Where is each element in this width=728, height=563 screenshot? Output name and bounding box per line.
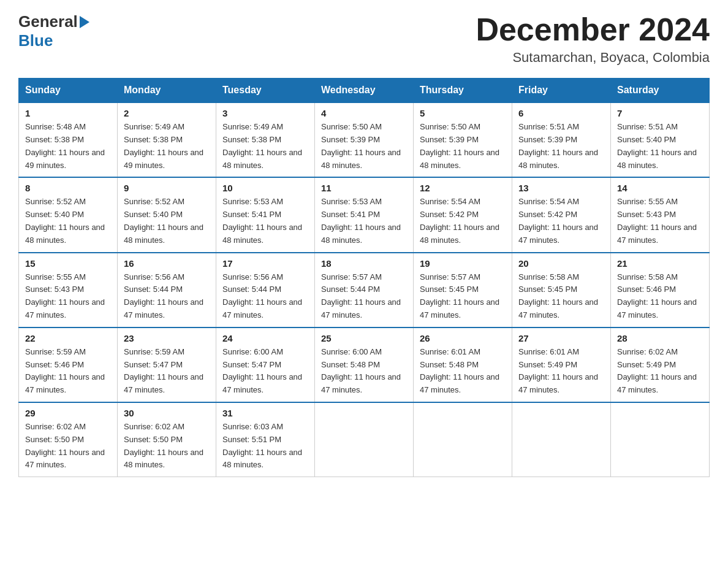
day-number: 2 <box>124 108 210 118</box>
day-info: Sunrise: 6:02 AM Sunset: 5:50 PM Dayligh… <box>124 421 210 472</box>
table-row: 15 Sunrise: 5:55 AM Sunset: 5:43 PM Dayl… <box>19 253 118 327</box>
month-title: December 2024 <box>476 12 710 47</box>
day-number: 21 <box>617 258 703 269</box>
day-number: 29 <box>25 408 111 418</box>
day-info: Sunrise: 5:51 AM Sunset: 5:39 PM Dayligh… <box>518 121 604 172</box>
day-info: Sunrise: 6:00 AM Sunset: 5:48 PM Dayligh… <box>321 346 407 397</box>
calendar-header-row: Sunday Monday Tuesday Wednesday Thursday… <box>19 79 710 103</box>
day-number: 19 <box>420 258 506 269</box>
header-saturday: Saturday <box>611 79 710 103</box>
day-info: Sunrise: 5:51 AM Sunset: 5:40 PM Dayligh… <box>617 121 703 172</box>
day-info: Sunrise: 5:57 AM Sunset: 5:44 PM Dayligh… <box>321 271 407 322</box>
day-number: 16 <box>124 258 210 269</box>
day-info: Sunrise: 6:02 AM Sunset: 5:49 PM Dayligh… <box>617 346 703 397</box>
table-row: 5 Sunrise: 5:50 AM Sunset: 5:39 PM Dayli… <box>414 102 512 177</box>
day-info: Sunrise: 5:49 AM Sunset: 5:38 PM Dayligh… <box>222 121 308 172</box>
day-number: 26 <box>420 333 506 343</box>
table-row: 27 Sunrise: 6:01 AM Sunset: 5:49 PM Dayl… <box>512 327 611 402</box>
table-row: 16 Sunrise: 5:56 AM Sunset: 5:44 PM Dayl… <box>118 253 216 327</box>
table-row: 20 Sunrise: 5:58 AM Sunset: 5:45 PM Dayl… <box>512 253 611 327</box>
day-info: Sunrise: 5:50 AM Sunset: 5:39 PM Dayligh… <box>420 121 506 172</box>
day-number: 13 <box>518 183 604 193</box>
table-row: 23 Sunrise: 5:59 AM Sunset: 5:47 PM Dayl… <box>118 327 216 402</box>
table-row: 3 Sunrise: 5:49 AM Sunset: 5:38 PM Dayli… <box>216 102 315 177</box>
day-info: Sunrise: 5:52 AM Sunset: 5:40 PM Dayligh… <box>25 196 111 247</box>
table-row: 30 Sunrise: 6:02 AM Sunset: 5:50 PM Dayl… <box>118 402 216 477</box>
day-number: 14 <box>617 183 703 193</box>
table-row: 7 Sunrise: 5:51 AM Sunset: 5:40 PM Dayli… <box>611 102 710 177</box>
table-row: 2 Sunrise: 5:49 AM Sunset: 5:38 PM Dayli… <box>118 102 216 177</box>
header-tuesday: Tuesday <box>216 79 315 103</box>
table-row: 8 Sunrise: 5:52 AM Sunset: 5:40 PM Dayli… <box>19 177 118 252</box>
day-info: Sunrise: 5:57 AM Sunset: 5:45 PM Dayligh… <box>420 271 506 322</box>
header-wednesday: Wednesday <box>315 79 414 103</box>
table-row <box>512 402 611 477</box>
table-row: 28 Sunrise: 6:02 AM Sunset: 5:49 PM Dayl… <box>611 327 710 402</box>
page-header: General Blue December 2024 Sutamarchan, … <box>18 12 710 66</box>
day-info: Sunrise: 5:54 AM Sunset: 5:42 PM Dayligh… <box>518 196 604 247</box>
day-number: 23 <box>124 333 210 343</box>
day-number: 11 <box>321 183 407 193</box>
day-number: 22 <box>25 333 111 343</box>
day-number: 20 <box>518 258 604 269</box>
day-number: 28 <box>617 333 703 343</box>
logo-blue-text: Blue <box>18 31 53 50</box>
day-info: Sunrise: 5:58 AM Sunset: 5:46 PM Dayligh… <box>617 271 703 322</box>
header-friday: Friday <box>512 79 611 103</box>
day-info: Sunrise: 5:56 AM Sunset: 5:44 PM Dayligh… <box>222 271 308 322</box>
day-number: 15 <box>25 258 111 269</box>
day-info: Sunrise: 5:53 AM Sunset: 5:41 PM Dayligh… <box>321 196 407 247</box>
calendar-week-row: 8 Sunrise: 5:52 AM Sunset: 5:40 PM Dayli… <box>19 177 710 252</box>
logo: General Blue <box>18 12 89 50</box>
logo-general-text: General <box>18 12 78 31</box>
calendar-week-row: 29 Sunrise: 6:02 AM Sunset: 5:50 PM Dayl… <box>19 402 710 477</box>
day-number: 17 <box>222 258 308 269</box>
calendar-table: Sunday Monday Tuesday Wednesday Thursday… <box>18 78 710 477</box>
table-row: 4 Sunrise: 5:50 AM Sunset: 5:39 PM Dayli… <box>315 102 414 177</box>
day-info: Sunrise: 5:48 AM Sunset: 5:38 PM Dayligh… <box>25 121 111 172</box>
day-number: 18 <box>321 258 407 269</box>
day-info: Sunrise: 5:49 AM Sunset: 5:38 PM Dayligh… <box>124 121 210 172</box>
day-info: Sunrise: 6:01 AM Sunset: 5:49 PM Dayligh… <box>518 346 604 397</box>
day-info: Sunrise: 5:59 AM Sunset: 5:47 PM Dayligh… <box>124 346 210 397</box>
day-info: Sunrise: 5:55 AM Sunset: 5:43 PM Dayligh… <box>25 271 111 322</box>
table-row: 29 Sunrise: 6:02 AM Sunset: 5:50 PM Dayl… <box>19 402 118 477</box>
day-number: 12 <box>420 183 506 193</box>
title-section: December 2024 Sutamarchan, Boyaca, Colom… <box>476 12 710 66</box>
table-row: 11 Sunrise: 5:53 AM Sunset: 5:41 PM Dayl… <box>315 177 414 252</box>
location-title: Sutamarchan, Boyaca, Colombia <box>476 50 710 66</box>
header-sunday: Sunday <box>19 79 118 103</box>
day-number: 10 <box>222 183 308 193</box>
header-monday: Monday <box>118 79 216 103</box>
calendar-week-row: 1 Sunrise: 5:48 AM Sunset: 5:38 PM Dayli… <box>19 102 710 177</box>
day-number: 8 <box>25 183 111 193</box>
table-row <box>315 402 414 477</box>
day-number: 25 <box>321 333 407 343</box>
table-row: 1 Sunrise: 5:48 AM Sunset: 5:38 PM Dayli… <box>19 102 118 177</box>
table-row: 26 Sunrise: 6:01 AM Sunset: 5:48 PM Dayl… <box>414 327 512 402</box>
day-number: 4 <box>321 108 407 118</box>
day-number: 9 <box>124 183 210 193</box>
table-row: 17 Sunrise: 5:56 AM Sunset: 5:44 PM Dayl… <box>216 253 315 327</box>
day-number: 24 <box>222 333 308 343</box>
table-row: 31 Sunrise: 6:03 AM Sunset: 5:51 PM Dayl… <box>216 402 315 477</box>
table-row <box>414 402 512 477</box>
day-number: 7 <box>617 108 703 118</box>
table-row: 12 Sunrise: 5:54 AM Sunset: 5:42 PM Dayl… <box>414 177 512 252</box>
day-info: Sunrise: 6:03 AM Sunset: 5:51 PM Dayligh… <box>222 421 308 472</box>
header-thursday: Thursday <box>414 79 512 103</box>
table-row <box>611 402 710 477</box>
calendar-week-row: 15 Sunrise: 5:55 AM Sunset: 5:43 PM Dayl… <box>19 253 710 327</box>
day-info: Sunrise: 6:02 AM Sunset: 5:50 PM Dayligh… <box>25 421 111 472</box>
day-info: Sunrise: 5:56 AM Sunset: 5:44 PM Dayligh… <box>124 271 210 322</box>
day-info: Sunrise: 5:55 AM Sunset: 5:43 PM Dayligh… <box>617 196 703 247</box>
calendar-week-row: 22 Sunrise: 5:59 AM Sunset: 5:46 PM Dayl… <box>19 327 710 402</box>
day-number: 6 <box>518 108 604 118</box>
day-info: Sunrise: 6:01 AM Sunset: 5:48 PM Dayligh… <box>420 346 506 397</box>
logo-chevron-icon <box>80 16 89 28</box>
day-number: 31 <box>222 408 308 418</box>
day-info: Sunrise: 5:52 AM Sunset: 5:40 PM Dayligh… <box>124 196 210 247</box>
day-info: Sunrise: 5:58 AM Sunset: 5:45 PM Dayligh… <box>518 271 604 322</box>
table-row: 18 Sunrise: 5:57 AM Sunset: 5:44 PM Dayl… <box>315 253 414 327</box>
day-number: 3 <box>222 108 308 118</box>
